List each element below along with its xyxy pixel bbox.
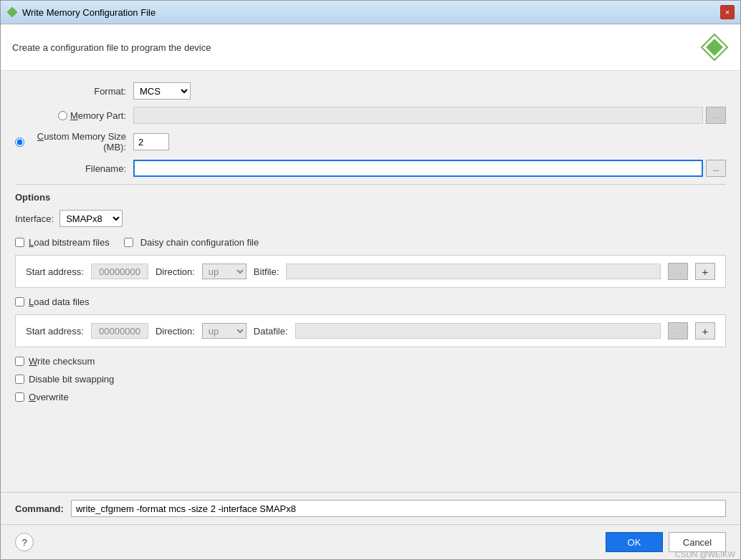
command-input[interactable] — [71, 500, 726, 517]
interface-select[interactable]: SMAPx8 SMAPx16 SMAPx32 — [59, 210, 123, 227]
bitstream-start-label: Start address: — [26, 266, 84, 277]
datafile-input — [295, 323, 661, 339]
format-row: Format: MCS BIN HEX — [15, 82, 726, 100]
load-bitstream-label: Load bitstream files — [29, 237, 110, 248]
close-button[interactable]: × — [720, 5, 735, 19]
data-direction-label: Direction: — [156, 326, 195, 337]
memory-part-label: Memory Part: — [70, 110, 126, 121]
bottom-bar: ? OK Cancel — [1, 524, 740, 559]
data-start-label: Start address: — [26, 326, 84, 337]
cancel-button[interactable]: Cancel — [669, 532, 726, 552]
memory-part-control: ... — [133, 107, 726, 124]
interface-label: Interface: — [15, 213, 54, 224]
subtitle-bar: Create a configuration file to program t… — [1, 24, 740, 71]
bitstream-sub-box: Start address: Direction: up down Bitfil… — [15, 255, 726, 288]
daisy-chain-checkbox[interactable] — [124, 238, 133, 247]
format-label: Format: — [15, 86, 133, 97]
options-header: Options — [15, 192, 726, 203]
bitfile-input — [286, 264, 661, 279]
datafile-add-button: + — [695, 322, 715, 339]
memory-part-input[interactable] — [133, 107, 703, 124]
divider-1 — [15, 184, 726, 185]
write-checksum-checkbox[interactable] — [15, 357, 24, 366]
load-data-label: Load data files — [29, 296, 90, 307]
format-control: MCS BIN HEX — [133, 82, 726, 100]
daisy-chain-label: Daisy chain configuration file — [140, 237, 259, 248]
title-bar-left: Write Memory Configuration File — [6, 6, 156, 18]
disable-bit-swap-row: Disable bit swapping — [15, 374, 726, 385]
ok-button[interactable]: OK — [606, 532, 663, 552]
overwrite-label: Overwrite — [29, 392, 69, 402]
bitstream-checkbox-row: Load bitstream files Daisy chain configu… — [15, 237, 726, 248]
custom-memory-row: Custom Memory Size (MB): — [15, 131, 726, 153]
disable-bit-swap-label: Disable bit swapping — [29, 374, 114, 385]
format-select[interactable]: MCS BIN HEX — [133, 82, 191, 100]
data-direction-select: up down — [202, 323, 247, 339]
overwrite-row: Overwrite — [15, 392, 726, 402]
custom-memory-label: Custom Memory Size (MB): — [27, 131, 126, 153]
filename-browse-button[interactable]: ... — [706, 160, 726, 177]
app-icon — [6, 6, 18, 18]
main-content: Format: MCS BIN HEX Memory Part: ... — [1, 71, 740, 492]
bitfile-add-button: + — [695, 263, 715, 280]
bitstream-direction-label: Direction: — [156, 266, 195, 277]
overwrite-checkbox[interactable] — [15, 392, 24, 402]
title-bar: Write Memory Configuration File × — [1, 1, 740, 24]
memory-part-radio[interactable] — [58, 111, 67, 120]
interface-row: Interface: SMAPx8 SMAPx16 SMAPx32 — [15, 210, 726, 227]
bottom-right: OK Cancel — [606, 532, 726, 552]
command-label: Command: — [15, 503, 64, 514]
memory-part-browse-button[interactable]: ... — [706, 107, 726, 124]
window-title: Write Memory Configuration File — [22, 7, 156, 18]
datafile-browse-button: ... — [668, 322, 688, 339]
data-start-address — [91, 323, 148, 339]
disable-bit-swap-checkbox[interactable] — [15, 375, 24, 384]
custom-memory-radio[interactable] — [15, 137, 24, 147]
command-bar: Command: — [1, 492, 740, 524]
filename-control: ... — [133, 160, 726, 177]
filename-label: Filename: — [15, 163, 133, 174]
main-window: Write Memory Configuration File × Create… — [0, 0, 741, 560]
filename-input[interactable] — [133, 160, 703, 177]
data-sub-box: Start address: Direction: up down Datafi… — [15, 314, 726, 347]
bitfile-label: Bitfile: — [254, 266, 279, 277]
datafile-label: Datafile: — [254, 326, 288, 337]
watermark: CSDN @WEIKW — [675, 550, 735, 559]
memory-part-row: Memory Part: ... — [15, 107, 726, 124]
custom-memory-control — [133, 133, 726, 150]
bitfile-browse-button: ... — [668, 263, 688, 280]
load-data-checkbox[interactable] — [15, 297, 24, 306]
load-bitstream-checkbox[interactable] — [15, 238, 24, 247]
bitstream-direction-select: up down — [202, 264, 247, 279]
bitstream-start-address — [91, 264, 148, 279]
write-checksum-row: Write checksum — [15, 356, 726, 367]
data-checkbox-row: Load data files — [15, 296, 726, 307]
subtitle-text: Create a configuration file to program t… — [12, 42, 211, 53]
filename-row: Filename: ... — [15, 160, 726, 177]
custom-memory-input[interactable] — [133, 133, 169, 150]
svg-marker-0 — [7, 7, 17, 17]
xilinx-logo — [700, 33, 729, 62]
help-button[interactable]: ? — [15, 533, 34, 551]
write-checksum-label: Write checksum — [29, 356, 95, 367]
